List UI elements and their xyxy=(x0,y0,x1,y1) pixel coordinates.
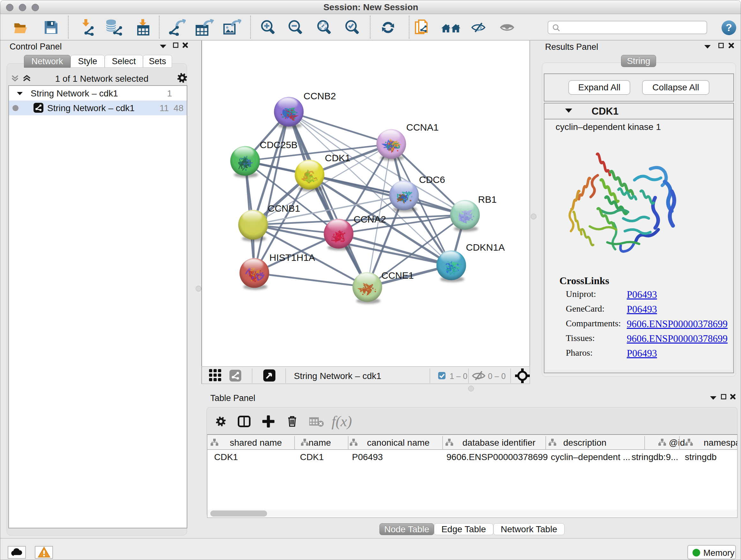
svg-text:HIST1H1A: HIST1H1A xyxy=(269,252,315,263)
svg-text:CCNB1: CCNB1 xyxy=(268,203,300,213)
svg-text:CCNA2: CCNA2 xyxy=(354,214,386,225)
svg-text:CCNE1: CCNE1 xyxy=(381,270,414,281)
svg-text:CDC25B: CDC25B xyxy=(260,139,297,150)
svg-text:CCNA1: CCNA1 xyxy=(406,122,439,132)
svg-text:CDK1: CDK1 xyxy=(325,152,350,163)
svg-text:?: ? xyxy=(726,22,732,33)
svg-text:CDKN1A: CDKN1A xyxy=(466,242,505,253)
svg-text:CDC6: CDC6 xyxy=(419,174,445,185)
svg-text:RB1: RB1 xyxy=(478,194,496,205)
svg-text:CCNB2: CCNB2 xyxy=(304,91,336,101)
